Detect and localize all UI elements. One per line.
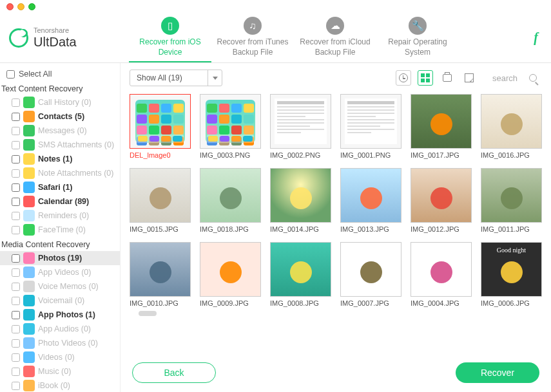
thumbnail[interactable]: IMG_0014.JPG bbox=[270, 168, 331, 233]
horizontal-scrollbar[interactable] bbox=[139, 311, 157, 316]
item-checkbox[interactable] bbox=[12, 183, 20, 192]
thumbnail[interactable]: IMG_0007.JPG bbox=[340, 242, 401, 307]
sidebar-item: Reminders (0) bbox=[0, 209, 120, 223]
select-all-checkbox[interactable]: Select All bbox=[0, 67, 120, 81]
sidebar-item[interactable]: App Photos (1) bbox=[0, 308, 120, 322]
thumbnail[interactable]: IMG_0004.JPG bbox=[411, 242, 472, 307]
sidebar-item[interactable]: Safari (1) bbox=[0, 180, 120, 194]
thumbnail[interactable]: IMG_0009.JPG bbox=[200, 242, 261, 307]
item-label: Reminders (0) bbox=[38, 211, 89, 220]
recover-button[interactable]: Recover bbox=[456, 362, 539, 383]
thumbnail[interactable]: IMG_0001.PNG bbox=[340, 94, 401, 159]
print-icon bbox=[443, 74, 452, 82]
chevron-down-icon[interactable] bbox=[208, 70, 222, 86]
item-label: Note Attachments (0) bbox=[38, 169, 113, 178]
category-header: Text Content Recovery bbox=[0, 81, 120, 95]
item-checkbox bbox=[12, 98, 20, 107]
close-icon[interactable] bbox=[6, 3, 14, 10]
thumbnail-image bbox=[130, 94, 191, 149]
gear-icon bbox=[465, 73, 474, 82]
settings-button[interactable] bbox=[461, 70, 477, 86]
category-header: Media Content Recovery bbox=[0, 237, 120, 251]
app-icon bbox=[23, 196, 35, 207]
sidebar-item[interactable]: Photos (19) bbox=[0, 251, 120, 265]
tab-icon: ▯ bbox=[161, 17, 179, 35]
item-checkbox[interactable] bbox=[12, 198, 20, 206]
thumbnail-label: IMG_0014.JPG bbox=[270, 225, 331, 233]
thumbnail[interactable]: IMG_0018.JPG bbox=[200, 168, 261, 233]
thumbnail-label: IMG_0008.JPG bbox=[270, 299, 331, 307]
thumbnail-label: IMG_0001.PNG bbox=[340, 151, 401, 159]
thumbnail-scroll[interactable]: DEL_lmage0IMG_0003.PNGIMG_0002.PNGIMG_00… bbox=[121, 93, 551, 356]
search-input[interactable]: search bbox=[483, 73, 542, 83]
item-checkbox[interactable] bbox=[12, 311, 20, 319]
back-button[interactable]: Back bbox=[132, 362, 216, 383]
app-icon bbox=[23, 380, 35, 391]
select-all-label: Select All bbox=[19, 70, 52, 79]
app-icon bbox=[23, 366, 35, 377]
thumbnail[interactable]: IMG_0015.JPG bbox=[130, 168, 191, 233]
app-icon bbox=[23, 111, 35, 122]
thumbnail-image bbox=[130, 168, 191, 223]
thumbnail-image bbox=[130, 242, 191, 297]
search-placeholder: search bbox=[492, 73, 517, 83]
filter-dropdown-label: Show All (19) bbox=[130, 73, 208, 82]
thumbnail[interactable]: IMG_0003.PNG bbox=[200, 94, 261, 159]
sidebar-item: Videos (0) bbox=[0, 350, 120, 364]
item-checkbox bbox=[12, 297, 20, 305]
app-icon bbox=[23, 309, 35, 321]
item-checkbox[interactable] bbox=[12, 113, 20, 121]
item-checkbox bbox=[12, 212, 20, 220]
item-checkbox[interactable] bbox=[12, 254, 20, 263]
thumbnail[interactable]: IMG_0013.JPG bbox=[340, 168, 401, 233]
app-icon bbox=[23, 97, 35, 108]
tab-1[interactable]: ♫Recover from iTunesBackup File bbox=[211, 13, 294, 62]
thumbnail-label: IMG_0010.JPG bbox=[130, 299, 191, 307]
thumbnail[interactable]: IMG_0011.JPG bbox=[481, 168, 542, 233]
thumbnail[interactable]: IMG_0012.JPG bbox=[411, 168, 472, 233]
select-all-input[interactable] bbox=[6, 70, 15, 79]
brand-big: UltData bbox=[34, 35, 77, 49]
sidebar-item: SMS Attachments (0) bbox=[0, 138, 120, 152]
thumbnail[interactable]: IMG_0016.JPG bbox=[481, 94, 542, 159]
thumbnail[interactable]: IMG_0017.JPG bbox=[411, 94, 472, 159]
brand-logo: Tenorshare UltData bbox=[0, 26, 129, 48]
print-button[interactable] bbox=[440, 70, 455, 86]
tab-3[interactable]: 🔧Repair OperatingSystem bbox=[376, 13, 459, 62]
grid-icon bbox=[421, 73, 430, 82]
tab-2[interactable]: ☁Recover from iCloudBackup File bbox=[294, 13, 376, 62]
thumbnail-image bbox=[411, 242, 472, 297]
thumbnail-label: IMG_0007.JPG bbox=[340, 299, 401, 307]
thumbnail[interactable]: IMG_0002.PNG bbox=[270, 94, 331, 159]
thumbnail[interactable]: Good nightIMG_0006.JPG bbox=[481, 242, 542, 307]
filter-dropdown[interactable]: Show All (19) bbox=[130, 70, 222, 86]
grid-view-button[interactable] bbox=[418, 70, 433, 86]
thumbnail-image bbox=[340, 168, 401, 223]
tab-label-2: System bbox=[405, 48, 430, 58]
minimize-icon[interactable] bbox=[17, 3, 24, 10]
thumbnail-image bbox=[270, 168, 331, 223]
thumbnail-label: IMG_0011.JPG bbox=[481, 225, 542, 233]
app-icon bbox=[23, 323, 35, 335]
thumbnail[interactable]: DEL_lmage0 bbox=[130, 94, 191, 159]
sidebar-item: Music (0) bbox=[0, 364, 120, 378]
tab-0[interactable]: ▯Recover from iOSDevice bbox=[129, 13, 211, 62]
tab-icon: ☁ bbox=[326, 17, 344, 35]
app-icon bbox=[23, 295, 35, 306]
sidebar-item[interactable]: Notes (1) bbox=[0, 152, 120, 166]
item-checkbox bbox=[12, 127, 20, 135]
zoom-icon[interactable] bbox=[28, 3, 35, 10]
thumbnail[interactable]: IMG_0010.JPG bbox=[130, 242, 191, 307]
sort-time-button[interactable] bbox=[396, 70, 411, 86]
logo-icon bbox=[9, 28, 28, 48]
thumbnail-label: IMG_0003.PNG bbox=[200, 151, 261, 159]
item-checkbox[interactable] bbox=[12, 155, 20, 163]
thumbnail-image bbox=[200, 94, 261, 149]
sidebar-item[interactable]: Contacts (5) bbox=[0, 109, 120, 124]
sidebar-item[interactable]: Calendar (89) bbox=[0, 194, 120, 209]
facebook-icon[interactable]: f bbox=[521, 30, 551, 45]
item-checkbox bbox=[12, 169, 20, 178]
thumbnail-image bbox=[270, 94, 331, 149]
item-label: App Audios (0) bbox=[38, 324, 91, 333]
thumbnail[interactable]: IMG_0008.JPG bbox=[270, 242, 331, 307]
